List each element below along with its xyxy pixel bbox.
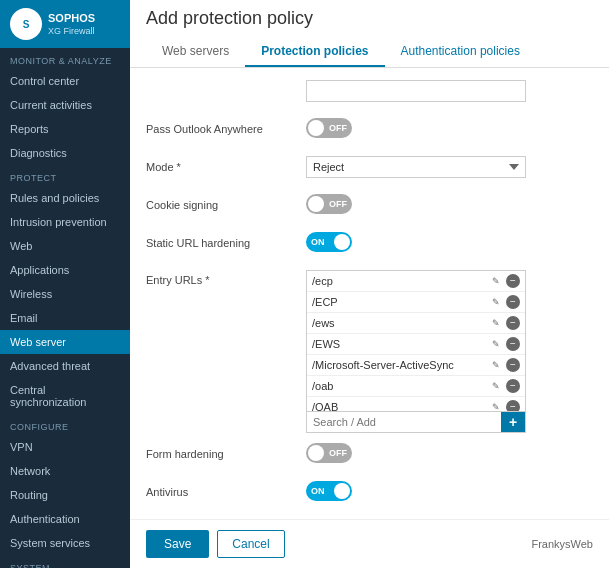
static-url-toggle[interactable]: ON: [306, 232, 352, 252]
row-antivirus: Antivirus ON: [146, 481, 593, 509]
url-item: /ecp ✎ −: [307, 271, 525, 292]
mode-control: Reject Allow Block: [306, 156, 593, 178]
tab-protection-policies[interactable]: Protection policies: [245, 37, 384, 67]
antivirus-toggle[interactable]: ON: [306, 481, 352, 501]
url-item-actions: ✎ −: [489, 337, 520, 351]
row-static-url: Static URL hardening ON: [146, 232, 593, 260]
url-edit-icon[interactable]: ✎: [489, 295, 503, 309]
sidebar-item-vpn[interactable]: VPN: [0, 435, 130, 459]
sidebar-item-authentication[interactable]: Authentication: [0, 507, 130, 531]
url-item: /ews ✎ −: [307, 313, 525, 334]
page-title: Add protection policy: [146, 8, 593, 37]
url-item-text: /Microsoft-Server-ActiveSync: [312, 359, 489, 371]
url-list-container: /ecp ✎ − /ECP ✎ −: [306, 270, 526, 433]
url-remove-icon[interactable]: −: [506, 274, 520, 288]
url-remove-icon[interactable]: −: [506, 295, 520, 309]
label-form-hardening: Form hardening: [146, 443, 306, 460]
url-item-actions: ✎ −: [489, 316, 520, 330]
label-cookie-signing: Cookie signing: [146, 194, 306, 211]
mode-select[interactable]: Reject Allow Block: [306, 156, 526, 178]
sidebar-item-wireless[interactable]: Wireless: [0, 282, 130, 306]
sidebar-item-network[interactable]: Network: [0, 459, 130, 483]
sidebar-item-system-services[interactable]: System services: [0, 531, 130, 555]
form-hardening-control: OFF: [306, 443, 593, 463]
url-remove-icon[interactable]: −: [506, 316, 520, 330]
sophos-logo-icon: S: [10, 8, 42, 40]
url-item-actions: ✎ −: [489, 274, 520, 288]
tab-authentication-policies[interactable]: Authentication policies: [385, 37, 536, 67]
toggle-off-label: OFF: [329, 199, 347, 209]
sidebar-item-routing[interactable]: Routing: [0, 483, 130, 507]
toggle-on-label: ON: [311, 486, 325, 496]
url-edit-icon[interactable]: ✎: [489, 400, 503, 411]
sidebar-item-control-center[interactable]: Control center: [0, 69, 130, 93]
url-item-text: /OAB: [312, 401, 489, 411]
url-remove-icon[interactable]: −: [506, 379, 520, 393]
url-edit-icon[interactable]: ✎: [489, 337, 503, 351]
url-item-actions: ✎ −: [489, 358, 520, 372]
sidebar-item-advanced-threat[interactable]: Advanced threat: [0, 354, 130, 378]
url-item-actions: ✎ −: [489, 295, 520, 309]
row-mode: Mode * Reject Allow Block: [146, 156, 593, 184]
sidebar-item-diagnostics[interactable]: Diagnostics: [0, 141, 130, 165]
url-edit-icon[interactable]: ✎: [489, 358, 503, 372]
section-label-monitor: Monitor & Analyze: [0, 48, 130, 69]
row-entry-urls: Entry URLs * /ecp ✎ − /ECP: [146, 270, 593, 433]
form-hardening-toggle[interactable]: OFF: [306, 443, 352, 463]
sidebar-item-applications[interactable]: Applications: [0, 258, 130, 282]
toggle-off-label: OFF: [329, 448, 347, 458]
url-remove-icon[interactable]: −: [506, 358, 520, 372]
pass-outlook-control: OFF: [306, 118, 593, 138]
cancel-button[interactable]: Cancel: [217, 530, 284, 558]
footer: Save Cancel FrankysWeb: [130, 519, 609, 568]
sidebar-item-central-sync[interactable]: Central synchronization: [0, 378, 130, 414]
url-item: /Microsoft-Server-ActiveSync ✎ −: [307, 355, 525, 376]
sidebar-item-web[interactable]: Web: [0, 234, 130, 258]
sidebar-item-email[interactable]: Email: [0, 306, 130, 330]
url-item-text: /oab: [312, 380, 489, 392]
sidebar-item-rules[interactable]: Rules and policies: [0, 186, 130, 210]
url-item: /oab ✎ −: [307, 376, 525, 397]
url-item: /ECP ✎ −: [307, 292, 525, 313]
section-label-system: System: [0, 555, 130, 568]
url-remove-icon[interactable]: −: [506, 400, 520, 411]
url-item-text: /ecp: [312, 275, 489, 287]
url-item-actions: ✎ −: [489, 379, 520, 393]
url-item-text: /EWS: [312, 338, 489, 350]
url-list: /ecp ✎ − /ECP ✎ −: [307, 271, 525, 411]
label-entry-urls: Entry URLs *: [146, 270, 306, 286]
top-input-control: [306, 80, 593, 102]
label-static-url: Static URL hardening: [146, 232, 306, 249]
main-panel: Add protection policy Web servers Protec…: [130, 0, 609, 568]
top-text-input[interactable]: [306, 80, 526, 102]
section-label-protect: Protect: [0, 165, 130, 186]
url-search-row: +: [307, 411, 525, 432]
row-form-hardening: Form hardening OFF: [146, 443, 593, 471]
sidebar: S SOPHOS XG Firewall Monitor & Analyze C…: [0, 0, 130, 568]
url-item-text: /ews: [312, 317, 489, 329]
url-item-text: /ECP: [312, 296, 489, 308]
sidebar-item-current-activities[interactable]: Current activities: [0, 93, 130, 117]
pass-outlook-toggle[interactable]: OFF: [306, 118, 352, 138]
sidebar-item-web-server[interactable]: Web server: [0, 330, 130, 354]
content-area: Pass Outlook Anywhere OFF Mode * Reject …: [130, 68, 609, 519]
tabs-bar: Web servers Protection policies Authenti…: [146, 37, 593, 67]
url-edit-icon[interactable]: ✎: [489, 274, 503, 288]
cookie-signing-toggle[interactable]: OFF: [306, 194, 352, 214]
url-item-actions: ✎ −: [489, 400, 520, 411]
url-add-button[interactable]: +: [501, 412, 525, 432]
sidebar-item-intrusion[interactable]: Intrusion prevention: [0, 210, 130, 234]
label-antivirus: Antivirus: [146, 481, 306, 498]
row-pass-outlook: Pass Outlook Anywhere OFF: [146, 118, 593, 146]
url-search-input[interactable]: [307, 412, 501, 432]
save-button[interactable]: Save: [146, 530, 209, 558]
url-edit-icon[interactable]: ✎: [489, 379, 503, 393]
sidebar-item-reports[interactable]: Reports: [0, 117, 130, 141]
sidebar-logo: S SOPHOS XG Firewall: [0, 0, 130, 48]
url-edit-icon[interactable]: ✎: [489, 316, 503, 330]
label-pass-outlook: Pass Outlook Anywhere: [146, 118, 306, 135]
static-url-control: ON: [306, 232, 593, 252]
url-remove-icon[interactable]: −: [506, 337, 520, 351]
tab-web-servers[interactable]: Web servers: [146, 37, 245, 67]
section-label-configure: Configure: [0, 414, 130, 435]
